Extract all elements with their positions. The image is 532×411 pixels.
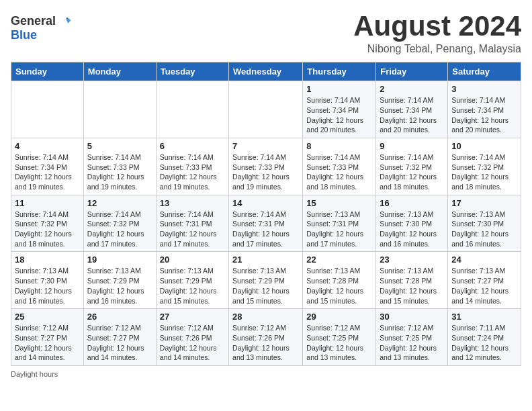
day-info: Sunrise: 7:12 AM Sunset: 7:26 PM Dayligh… <box>160 323 225 363</box>
calendar-cell: 10Sunrise: 7:14 AM Sunset: 7:32 PM Dayli… <box>448 138 521 195</box>
day-info: Sunrise: 7:14 AM Sunset: 7:32 PM Dayligh… <box>380 152 444 192</box>
calendar-cell: 9Sunrise: 7:14 AM Sunset: 7:32 PM Daylig… <box>376 138 448 195</box>
day-info: Sunrise: 7:14 AM Sunset: 7:32 PM Dayligh… <box>15 210 80 249</box>
logo-general-text: General <box>11 14 56 28</box>
calendar-cell: 12Sunrise: 7:14 AM Sunset: 7:32 PM Dayli… <box>83 195 156 252</box>
calendar-cell: 22Sunrise: 7:13 AM Sunset: 7:28 PM Dayli… <box>303 252 376 309</box>
day-number: 13 <box>160 198 225 208</box>
calendar-cell: 28Sunrise: 7:12 AM Sunset: 7:26 PM Dayli… <box>229 309 303 366</box>
month-year-title: August 2024 <box>353 11 521 42</box>
day-info: Sunrise: 7:14 AM Sunset: 7:31 PM Dayligh… <box>232 210 299 249</box>
calendar-cell <box>156 81 228 138</box>
day-info: Sunrise: 7:13 AM Sunset: 7:30 PM Dayligh… <box>451 210 517 249</box>
weekday-header-friday: Friday <box>376 62 448 81</box>
day-info: Sunrise: 7:12 AM Sunset: 7:25 PM Dayligh… <box>380 323 444 363</box>
day-number: 28 <box>232 312 299 322</box>
day-info: Sunrise: 7:14 AM Sunset: 7:33 PM Dayligh… <box>232 152 299 192</box>
calendar-cell: 2Sunrise: 7:14 AM Sunset: 7:34 PM Daylig… <box>376 81 448 138</box>
header: General Blue August 2024 Nibong Tebal, P… <box>11 11 521 55</box>
day-info: Sunrise: 7:12 AM Sunset: 7:27 PM Dayligh… <box>87 323 152 363</box>
day-number: 19 <box>87 255 152 265</box>
calendar-week-row: 18Sunrise: 7:13 AM Sunset: 7:30 PM Dayli… <box>11 252 521 309</box>
day-info: Sunrise: 7:13 AM Sunset: 7:30 PM Dayligh… <box>380 210 444 249</box>
calendar-cell <box>83 81 156 138</box>
weekday-header-tuesday: Tuesday <box>156 62 228 81</box>
day-number: 1 <box>306 84 372 94</box>
daylight-hours-label: Daylight hours <box>11 370 58 378</box>
calendar-cell: 5Sunrise: 7:14 AM Sunset: 7:33 PM Daylig… <box>83 138 156 195</box>
day-number: 9 <box>380 141 444 151</box>
calendar-cell: 11Sunrise: 7:14 AM Sunset: 7:32 PM Dayli… <box>11 195 84 252</box>
day-info: Sunrise: 7:14 AM Sunset: 7:33 PM Dayligh… <box>160 152 225 192</box>
title-area: August 2024 Nibong Tebal, Penang, Malays… <box>353 11 521 55</box>
calendar-cell: 6Sunrise: 7:14 AM Sunset: 7:33 PM Daylig… <box>156 138 228 195</box>
day-info: Sunrise: 7:14 AM Sunset: 7:34 PM Dayligh… <box>451 95 517 135</box>
day-number: 15 <box>306 198 372 208</box>
day-number: 22 <box>306 255 372 265</box>
logo-blue-text: Blue <box>11 28 37 42</box>
day-info: Sunrise: 7:13 AM Sunset: 7:29 PM Dayligh… <box>87 266 152 306</box>
day-info: Sunrise: 7:14 AM Sunset: 7:34 PM Dayligh… <box>15 152 80 192</box>
day-info: Sunrise: 7:14 AM Sunset: 7:33 PM Dayligh… <box>87 152 152 192</box>
calendar-cell: 30Sunrise: 7:12 AM Sunset: 7:25 PM Dayli… <box>376 309 448 366</box>
weekday-header-row: SundayMondayTuesdayWednesdayThursdayFrid… <box>11 62 521 81</box>
day-info: Sunrise: 7:14 AM Sunset: 7:34 PM Dayligh… <box>380 95 444 135</box>
day-number: 12 <box>87 198 152 208</box>
logo-bird-icon <box>57 13 72 28</box>
day-number: 6 <box>160 141 225 151</box>
day-number: 11 <box>15 198 80 208</box>
footer-note: Daylight hours <box>11 370 521 378</box>
calendar-cell: 24Sunrise: 7:13 AM Sunset: 7:27 PM Dayli… <box>448 252 521 309</box>
day-number: 26 <box>87 312 152 322</box>
day-info: Sunrise: 7:13 AM Sunset: 7:31 PM Dayligh… <box>306 210 372 249</box>
calendar-cell: 26Sunrise: 7:12 AM Sunset: 7:27 PM Dayli… <box>83 309 156 366</box>
calendar-cell <box>11 81 84 138</box>
day-info: Sunrise: 7:13 AM Sunset: 7:28 PM Dayligh… <box>380 266 444 306</box>
calendar-cell: 4Sunrise: 7:14 AM Sunset: 7:34 PM Daylig… <box>11 138 84 195</box>
day-number: 4 <box>15 141 80 151</box>
calendar-cell: 27Sunrise: 7:12 AM Sunset: 7:26 PM Dayli… <box>156 309 228 366</box>
calendar-cell: 8Sunrise: 7:14 AM Sunset: 7:33 PM Daylig… <box>303 138 376 195</box>
calendar-cell: 1Sunrise: 7:14 AM Sunset: 7:34 PM Daylig… <box>303 81 376 138</box>
weekday-header-wednesday: Wednesday <box>229 62 303 81</box>
weekday-header-monday: Monday <box>83 62 156 81</box>
calendar-cell: 18Sunrise: 7:13 AM Sunset: 7:30 PM Dayli… <box>11 252 84 309</box>
calendar-cell: 13Sunrise: 7:14 AM Sunset: 7:31 PM Dayli… <box>156 195 228 252</box>
calendar-cell: 29Sunrise: 7:12 AM Sunset: 7:25 PM Dayli… <box>303 309 376 366</box>
day-number: 7 <box>232 141 299 151</box>
day-number: 31 <box>451 312 517 322</box>
calendar-cell: 17Sunrise: 7:13 AM Sunset: 7:30 PM Dayli… <box>448 195 521 252</box>
calendar-cell: 3Sunrise: 7:14 AM Sunset: 7:34 PM Daylig… <box>448 81 521 138</box>
day-number: 18 <box>15 255 80 265</box>
calendar-cell <box>229 81 303 138</box>
calendar-week-row: 1Sunrise: 7:14 AM Sunset: 7:34 PM Daylig… <box>11 81 521 138</box>
day-number: 10 <box>451 141 517 151</box>
day-number: 3 <box>451 84 517 94</box>
calendar-cell: 16Sunrise: 7:13 AM Sunset: 7:30 PM Dayli… <box>376 195 448 252</box>
calendar-cell: 15Sunrise: 7:13 AM Sunset: 7:31 PM Dayli… <box>303 195 376 252</box>
day-info: Sunrise: 7:14 AM Sunset: 7:31 PM Dayligh… <box>160 210 225 249</box>
day-number: 30 <box>380 312 444 322</box>
day-info: Sunrise: 7:12 AM Sunset: 7:27 PM Dayligh… <box>15 323 80 363</box>
day-info: Sunrise: 7:11 AM Sunset: 7:24 PM Dayligh… <box>451 323 517 363</box>
calendar-cell: 20Sunrise: 7:13 AM Sunset: 7:29 PM Dayli… <box>156 252 228 309</box>
day-number: 23 <box>380 255 444 265</box>
day-number: 21 <box>232 255 299 265</box>
day-number: 5 <box>87 141 152 151</box>
calendar-week-row: 25Sunrise: 7:12 AM Sunset: 7:27 PM Dayli… <box>11 309 521 366</box>
calendar-week-row: 4Sunrise: 7:14 AM Sunset: 7:34 PM Daylig… <box>11 138 521 195</box>
day-number: 25 <box>15 312 80 322</box>
day-info: Sunrise: 7:12 AM Sunset: 7:25 PM Dayligh… <box>306 323 372 363</box>
calendar-cell: 23Sunrise: 7:13 AM Sunset: 7:28 PM Dayli… <box>376 252 448 309</box>
day-number: 14 <box>232 198 299 208</box>
day-info: Sunrise: 7:14 AM Sunset: 7:32 PM Dayligh… <box>451 152 517 192</box>
day-info: Sunrise: 7:13 AM Sunset: 7:29 PM Dayligh… <box>232 266 299 306</box>
day-number: 29 <box>306 312 372 322</box>
day-info: Sunrise: 7:14 AM Sunset: 7:34 PM Dayligh… <box>306 95 372 135</box>
day-info: Sunrise: 7:12 AM Sunset: 7:26 PM Dayligh… <box>232 323 299 363</box>
day-info: Sunrise: 7:13 AM Sunset: 7:28 PM Dayligh… <box>306 266 372 306</box>
day-number: 8 <box>306 141 372 151</box>
day-number: 16 <box>380 198 444 208</box>
calendar-cell: 21Sunrise: 7:13 AM Sunset: 7:29 PM Dayli… <box>229 252 303 309</box>
day-number: 20 <box>160 255 225 265</box>
